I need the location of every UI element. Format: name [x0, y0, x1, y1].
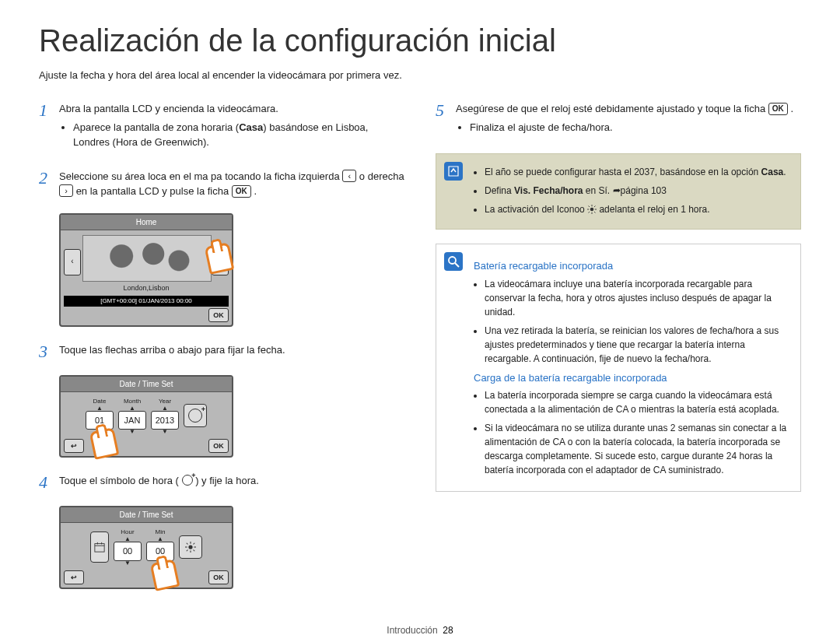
ok-chip: OK: [768, 103, 788, 115]
lcd-value-year[interactable]: 2013: [151, 411, 179, 430]
touch-hand-icon: [92, 430, 123, 465]
note-bullet-2: Defina Vis. Fecha/hora en Sí. página 103: [485, 184, 789, 198]
step-1-text: Abra la pantalla LCD y encienda la video…: [59, 103, 278, 114]
svg-line-21: [589, 212, 590, 213]
sun-icon: [587, 205, 597, 214]
step-5-text: Asegúrese de que el reloj esté debidamen…: [456, 103, 793, 114]
step-2-text: Seleccione su área loca en el ma pa toca…: [59, 169, 404, 199]
lcd-home-screen: Home ‹ › London,Lisbon [GMT+00:00] 01/JA…: [59, 213, 233, 327]
footer-section: Introducción: [387, 625, 437, 636]
step-5-number: 5: [436, 101, 456, 139]
note-bullet-1: El año se puede configurar hasta el 2037…: [485, 165, 789, 179]
svg-line-18: [589, 206, 590, 208]
info-bullet-1: La videocámara incluye una batería incor…: [485, 277, 788, 319]
lcd-back-button[interactable]: ↩: [64, 570, 84, 584]
lcd-switch-date-button[interactable]: [90, 531, 109, 563]
note-icon: [444, 162, 463, 181]
step-4-text: Toque el símbolo de hora ( ) y fije la h…: [59, 473, 404, 492]
ok-chip: OK: [232, 185, 251, 198]
svg-rect-0: [95, 543, 104, 552]
lcd-ok-button[interactable]: OK: [208, 439, 229, 453]
lcd-switch-time-button[interactable]: [184, 404, 207, 427]
lcd-home-city: London,Lisbon: [82, 283, 210, 294]
info-bullet-3: La batería incorporada siempre se carga …: [485, 388, 788, 416]
svg-line-11: [194, 542, 195, 544]
lcd-prev-button[interactable]: ‹: [64, 249, 81, 275]
lcd-back-button[interactable]: ↩: [64, 439, 84, 453]
step-2-number: 2: [39, 169, 59, 199]
svg-line-9: [187, 542, 188, 544]
magnifier-icon: [444, 252, 463, 271]
world-map[interactable]: [82, 235, 212, 282]
intro-text: Ajuste la fecha y hora del área local al…: [39, 69, 801, 81]
sun-icon: [185, 542, 196, 553]
page-title: Realización de la configuración inicial: [39, 23, 801, 58]
note-box: El año se puede configurar hasta el 2037…: [436, 153, 801, 230]
lcd-time-title: Date / Time Set: [61, 507, 232, 523]
right-arrow-chip: ›: [59, 184, 73, 197]
step-4-number: 4: [39, 473, 59, 492]
svg-point-4: [188, 545, 192, 549]
lcd-home-title: Home: [61, 215, 232, 230]
calendar-icon: [94, 542, 105, 553]
left-arrow-chip: ‹: [342, 170, 356, 182]
lcd-ok-button[interactable]: OK: [208, 570, 229, 584]
lcd-home-bar: [GMT+00:00] 01/JAN/2013 00:00: [64, 296, 229, 307]
lcd-dst-button[interactable]: [179, 535, 202, 559]
lcd-ok-button[interactable]: OK: [208, 308, 229, 322]
page-ref-arrow-icon: [613, 185, 621, 196]
info-bullet-2: Una vez retirada la batería, se reinicia…: [485, 324, 788, 366]
svg-line-12: [187, 549, 188, 551]
lcd-time-screen: Date / Time Set Hour ▲ 00 ▼ Min ▲ 00: [59, 506, 233, 589]
page-footer: Introducción 28: [39, 625, 801, 636]
lcd-date-screen: Date / Time Set Date ▲ 01 ▼ Month ▲ JAN …: [59, 375, 233, 458]
lcd-value-month[interactable]: JAN: [118, 411, 146, 430]
lcd-value-hour[interactable]: 00: [114, 542, 142, 561]
step-1-number: 1: [39, 101, 59, 155]
step-3-text: Toque las flechas arriba o abajo para fi…: [59, 342, 404, 361]
touch-hand-icon: [152, 561, 184, 597]
touch-hand-icon: [207, 244, 238, 280]
step-5-bullet: Finaliza el ajuste de fecha/hora.: [470, 120, 801, 135]
clock-plus-icon: [182, 475, 193, 486]
step-3-number: 3: [39, 342, 59, 361]
svg-line-10: [194, 549, 195, 551]
lcd-date-title: Date / Time Set: [61, 377, 232, 392]
info-heading-2: Carga de la batería recargable incorpora…: [474, 370, 788, 386]
svg-line-20: [594, 206, 596, 208]
info-bullet-4: Si la videocámara no se utiliza durante …: [485, 421, 788, 477]
svg-point-13: [590, 208, 594, 212]
svg-point-22: [449, 257, 456, 264]
note-bullet-3: La activación del Iconoo adelanta el rel…: [485, 202, 789, 216]
page-number: 28: [443, 625, 453, 636]
clock-plus-icon: [188, 409, 202, 423]
svg-line-19: [594, 212, 596, 213]
info-heading-1: Batería recargable incorporada: [474, 258, 788, 274]
info-box: Batería recargable incorporada La videoc…: [436, 244, 801, 492]
svg-line-23: [455, 263, 459, 267]
step-1-bullet: Aparece la pantalla de zona horaria (Cas…: [73, 120, 404, 150]
